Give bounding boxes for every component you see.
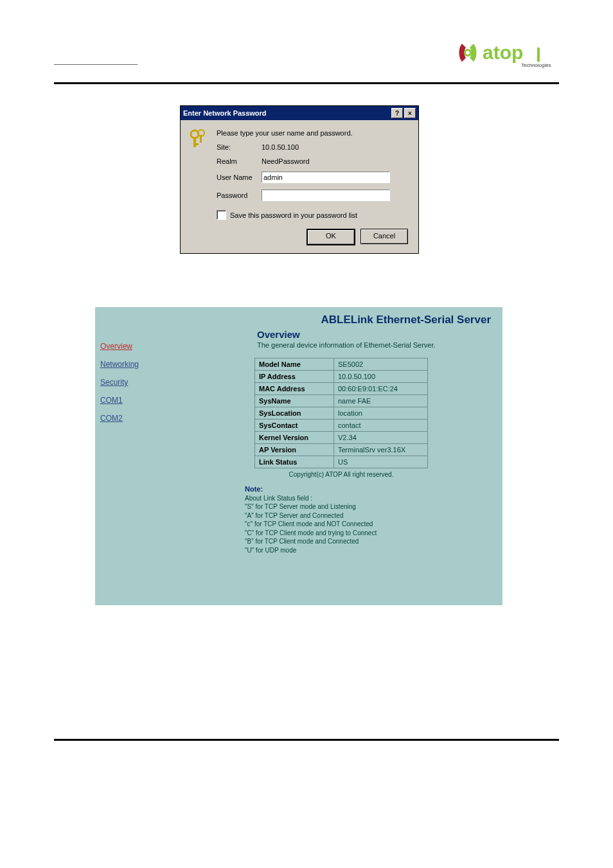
note-line: "c" for TCP Client mode and NOT Connecte… (245, 520, 438, 529)
page-subtitle: The general device information of Ethern… (257, 341, 502, 349)
info-value: US (334, 456, 428, 468)
info-value: location (334, 407, 428, 420)
logo-text: atop (483, 42, 523, 63)
note-line: About Link Status field : (245, 494, 438, 503)
info-key: Model Name (255, 359, 334, 371)
info-value: name FAE (334, 395, 428, 407)
close-button[interactable]: × (404, 108, 416, 118)
password-dialog: Enter Network Password ? × Please type y… (180, 105, 419, 254)
info-key: MAC Address (255, 383, 334, 395)
table-row: Link StatusUS (255, 456, 428, 468)
info-key: SysName (255, 395, 334, 407)
table-row: MAC Address00:60:E9:01:EC:24 (255, 383, 428, 395)
username-label: User Name (217, 173, 262, 181)
realm-label: Realm (217, 157, 262, 165)
logo-subtext: Technologies (521, 62, 551, 68)
info-key: Kernel Version (255, 432, 334, 444)
ok-button[interactable]: OK (306, 229, 355, 245)
svg-point-1 (466, 51, 470, 55)
info-key: SysLocation (255, 407, 334, 420)
table-row: SysContactcontact (255, 420, 428, 432)
save-password-label: Save this password in your password list (230, 211, 357, 219)
table-row: AP VersionTerminalSrv ver3.16X (255, 444, 428, 456)
table-row: IP Address10.0.50.100 (255, 371, 428, 383)
device-info-table: Model NameSE5002IP Address10.0.50.100MAC… (254, 358, 428, 468)
note-line: "U" for UDP mode (245, 546, 438, 555)
svg-rect-4 (193, 137, 196, 147)
dialog-prompt: Please type your user name and password. (217, 129, 408, 137)
note-line: "C" for TCP Client mode and trying to Co… (245, 529, 438, 538)
password-input[interactable] (262, 190, 390, 201)
brand-logo: atop Technologies (452, 39, 558, 71)
sidebar-item-com2[interactable]: COM2 (100, 414, 180, 423)
info-key: SysContact (255, 420, 334, 432)
info-key: IP Address (255, 371, 334, 383)
sidebar-item-com1[interactable]: COM1 (100, 396, 180, 405)
info-value: contact (334, 420, 428, 432)
help-icon: ? (395, 110, 399, 117)
header-rule-short (54, 64, 138, 65)
help-button[interactable]: ? (391, 108, 403, 118)
keys-icon (188, 129, 209, 150)
table-row: SysLocationlocation (255, 407, 428, 420)
note-title: Note: (245, 484, 438, 494)
site-label: Site: (217, 143, 262, 151)
close-icon: × (408, 110, 412, 117)
svg-rect-5 (193, 143, 199, 145)
footer-rule (54, 739, 559, 741)
copyright-text: Copyright(c) ATOP All right reserved. (180, 471, 502, 478)
svg-rect-7 (200, 135, 202, 143)
info-key: Link Status (255, 456, 334, 468)
sidebar-item-security[interactable]: Security (100, 378, 180, 387)
password-label: Password (217, 191, 262, 199)
svg-rect-2 (537, 48, 540, 62)
page-banner: ABLELink Ethernet-Serial Server (180, 307, 502, 329)
info-key: AP Version (255, 444, 334, 456)
sidebar-item-overview[interactable]: Overview (100, 342, 180, 351)
dialog-titlebar: Enter Network Password ? × (181, 106, 418, 120)
table-row: SysNamename FAE (255, 395, 428, 407)
dialog-title: Enter Network Password (183, 109, 390, 117)
username-input[interactable] (262, 172, 390, 183)
info-value: V2.34 (334, 432, 428, 444)
device-web-ui: Overview Networking Security COM1 COM2 A… (95, 307, 502, 605)
note-block: Note: About Link Status field :"S" for T… (245, 484, 438, 554)
info-value: 00:60:E9:01:EC:24 (334, 383, 428, 395)
header-rule (54, 82, 559, 84)
info-value: TerminalSrv ver3.16X (334, 444, 428, 456)
sidebar-item-networking[interactable]: Networking (100, 360, 180, 369)
site-value: 10.0.50.100 (262, 143, 299, 151)
note-line: "A" for TCP Server and Connected (245, 511, 438, 520)
cancel-button[interactable]: Cancel (360, 229, 408, 244)
table-row: Model NameSE5002 (255, 359, 428, 371)
sidebar: Overview Networking Security COM1 COM2 (95, 342, 180, 432)
info-value: 10.0.50.100 (334, 371, 428, 383)
note-line: "S" for TCP Server mode and Listening (245, 502, 438, 511)
page-title: Overview (257, 329, 502, 340)
table-row: Kernel VersionV2.34 (255, 432, 428, 444)
note-line: "B" for TCP Client mode and Connected (245, 537, 438, 546)
info-value: SE5002 (334, 359, 428, 371)
save-password-checkbox[interactable] (217, 210, 226, 220)
realm-value: NeedPassword (262, 157, 310, 165)
